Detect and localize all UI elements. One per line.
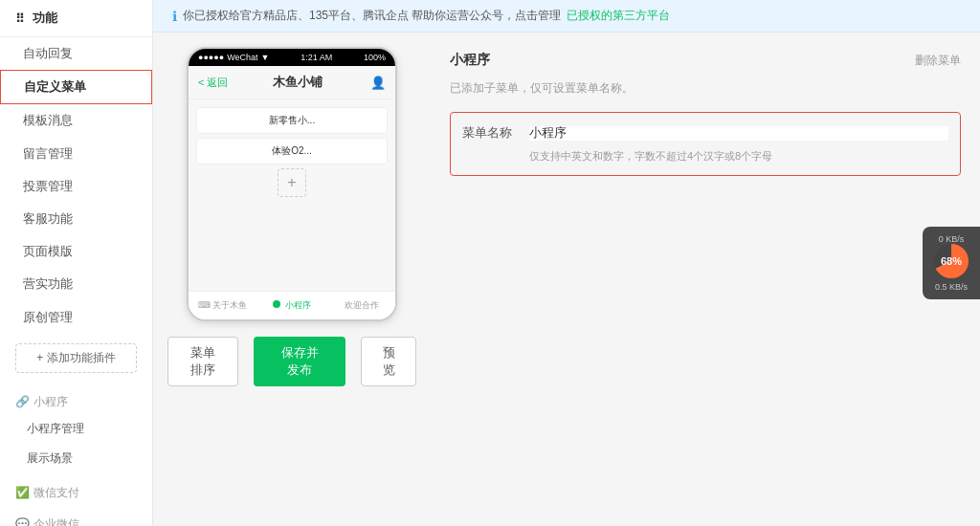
phone-add-submenu-button[interactable]: +: [278, 168, 306, 197]
phone-menu-dot: [273, 300, 280, 308]
panel-hint: 已添加子菜单，仅可设置菜单名称。: [450, 80, 961, 97]
sort-menu-button[interactable]: 菜单排序: [167, 337, 238, 386]
phone-menu-item-1[interactable]: ⌨ 关于木鱼: [189, 297, 256, 314]
panel-title: 小程序: [450, 52, 490, 69]
notice-link[interactable]: 已授权的第三方平台: [567, 8, 670, 24]
menu-name-input[interactable]: [529, 126, 948, 141]
phone-bottom-menu: ⌨ 关于木鱼 小程序 欢迎合作: [189, 291, 395, 319]
phone-status-bar: ●●●●● WeChat ▼ 1:21 AM 100%: [189, 49, 395, 66]
enterprise-section-title: 💬 企业微信: [0, 505, 152, 526]
right-panel: 小程序 删除菜单 已添加子菜单，仅可设置菜单名称。 菜单名称 仅支持中英文和数字…: [431, 33, 980, 526]
phone-avatar-icon: 👤: [367, 76, 386, 90]
sidebar: ⠿ 功能 自动回复 自定义菜单 模板消息 留言管理 投票管理 客服功能 页面模版…: [0, 0, 153, 526]
speed-circle: 68%: [934, 244, 969, 278]
phone-nav-title: 木鱼小铺: [273, 74, 323, 91]
speed-widget: 0 KB/s 68% 0.5 KB/s: [923, 227, 980, 299]
sidebar-item-ops-func[interactable]: 营实功能: [0, 268, 152, 300]
info-icon: ℹ: [172, 9, 177, 24]
phone-area: ●●●●● WeChat ▼ 1:21 AM 100% < 返回 木鱼小铺 👤: [153, 33, 431, 526]
delete-menu-button[interactable]: 删除菜单: [915, 53, 961, 69]
phone-menu-item-3[interactable]: 欢迎合作: [327, 297, 395, 314]
phone-body: 新零售小... 体验O2... +: [189, 99, 395, 291]
phone-submenu-item-1[interactable]: 新零售小...: [196, 107, 388, 134]
phone-actions: 菜单排序 保存并发布 预览: [167, 337, 416, 386]
phone-submenu-list: 新零售小... 体验O2... +: [189, 99, 395, 208]
download-speed: 0.5 KB/s: [930, 282, 972, 292]
sidebar-header: ⠿ 功能: [0, 0, 152, 37]
phone-dots: ●●●●● WeChat ▼: [198, 53, 269, 62]
menu-form-group: 菜单名称 仅支持中英文和数字，字数不超过4个汉字或8个字母: [450, 112, 961, 176]
preview-button[interactable]: 预览: [361, 337, 416, 386]
phone-mockup: ●●●●● WeChat ▼ 1:21 AM 100% < 返回 木鱼小铺 👤: [187, 47, 397, 321]
add-plugin-button[interactable]: + 添加功能插件: [15, 343, 137, 373]
phone-submenu-item-2[interactable]: 体验O2...: [196, 138, 388, 164]
sidebar-title: 功能: [33, 10, 57, 27]
save-publish-button[interactable]: 保存并发布: [254, 337, 345, 386]
wechat-pay-section-title: ✅ 微信支付: [0, 473, 152, 505]
phone-nav: < 返回 木鱼小铺 👤: [189, 66, 395, 99]
menu-name-label: 菜单名称: [462, 124, 529, 142]
notice-bar: ℹ 你已授权给官方精品店、135平台、腾讯企点 帮助你运营公众号，点击管理 已授…: [153, 0, 980, 33]
main-content: ℹ 你已授权给官方精品店、135平台、腾讯企点 帮助你运营公众号，点击管理 已授…: [153, 0, 980, 526]
sidebar-item-auto-reply[interactable]: 自动回复: [0, 37, 152, 70]
sidebar-item-cs-func[interactable]: 客服功能: [0, 203, 152, 235]
sidebar-item-custom-menu[interactable]: 自定义菜单: [0, 70, 152, 104]
sidebar-item-page-tpl[interactable]: 页面模版: [0, 235, 152, 268]
menu-name-row: 菜单名称: [462, 124, 948, 142]
phone-time: 1:21 AM: [301, 53, 332, 62]
miniapp-section-title: 🔗 小程序: [0, 383, 152, 414]
grid-icon: ⠿: [15, 11, 25, 26]
sidebar-item-miniapp-scene[interactable]: 展示场景: [0, 444, 152, 473]
panel-header: 小程序 删除菜单: [450, 52, 961, 69]
phone-menu-item-2[interactable]: 小程序: [258, 297, 326, 314]
sidebar-item-miniapp-mgr[interactable]: 小程序管理: [0, 414, 152, 444]
phone-back-button[interactable]: < 返回: [198, 76, 228, 90]
phone-battery: 100%: [364, 53, 386, 62]
content-area: ●●●●● WeChat ▼ 1:21 AM 100% < 返回 木鱼小铺 👤: [153, 33, 980, 526]
sidebar-item-original-mgr[interactable]: 原创管理: [0, 301, 152, 334]
sidebar-item-comment-mgr[interactable]: 留言管理: [0, 138, 152, 170]
notice-text: 你已授权给官方精品店、135平台、腾讯企点 帮助你运营公众号，点击管理: [183, 8, 561, 24]
sidebar-item-vote-mgr[interactable]: 投票管理: [0, 170, 152, 203]
upload-speed: 0 KB/s: [930, 234, 972, 244]
menu-name-hint: 仅支持中英文和数字，字数不超过4个汉字或8个字母: [462, 149, 948, 164]
sidebar-item-template-msg[interactable]: 模板消息: [0, 104, 152, 137]
